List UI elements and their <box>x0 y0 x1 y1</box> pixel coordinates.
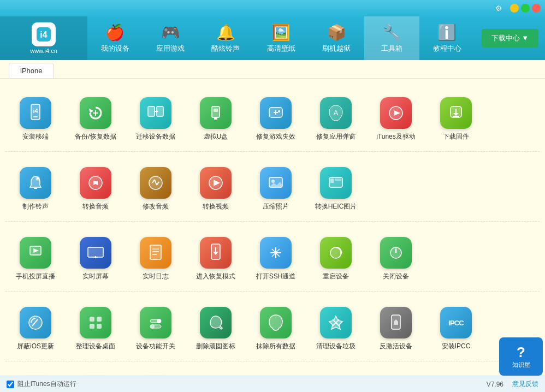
tool-item-0-4[interactable]: 修复游戏失效 <box>246 93 306 146</box>
tool-item-3-6[interactable]: 反激活设备 <box>366 302 426 355</box>
wrench-icon: 🔧 <box>382 23 401 41</box>
tool-icon-2-4 <box>260 237 292 269</box>
tool-label-0-2: 迁移设备数据 <box>136 132 175 141</box>
tool-item-0-5[interactable]: A修复应用弹窗 <box>306 93 366 146</box>
tool-icon-2-5 <box>320 237 352 269</box>
nav-app-games-label: 应用游戏 <box>156 44 185 54</box>
tab-iphone[interactable]: iPhone <box>9 63 54 78</box>
itunes-checkbox[interactable] <box>7 381 14 388</box>
nav-my-device[interactable]: 🍎 我的设备 <box>87 16 143 60</box>
svg-rect-14 <box>214 117 217 120</box>
tool-label-3-2: 设备功能开关 <box>136 342 175 351</box>
tool-label-0-0: 安装移端 <box>22 132 49 141</box>
tool-label-3-3: 删除顽固图标 <box>196 342 235 351</box>
tool-row-4: 虚拟定位破解时间限额跳过设置向导 <box>5 367 540 376</box>
tool-icon-1-2 <box>140 167 171 199</box>
nav-bar: 🍎 我的设备 🎮 应用游戏 🔔 酷炫铃声 🖼️ 高清壁纸 📦 刷机越狱 🔧 工具… <box>87 16 475 60</box>
tool-label-1-0: 制作铃声 <box>22 202 49 211</box>
tool-label-2-2: 实时日志 <box>143 272 169 281</box>
tool-item-1-1[interactable]: 转换音频 <box>66 163 126 216</box>
info-icon: ℹ️ <box>437 23 457 41</box>
tool-label-0-4: 修复游戏失效 <box>256 132 295 141</box>
tool-item-3-2[interactable]: 设备功能开关 <box>126 302 186 355</box>
tool-label-1-4: 压缩照片 <box>263 202 289 211</box>
tool-item-3-5[interactable]: 清理设备垃圾 <box>306 302 366 355</box>
tool-item-3-0[interactable]: 屏蔽iOS更新 <box>5 302 66 355</box>
svg-point-18 <box>278 110 280 112</box>
nav-toolbox[interactable]: 🔧 工具箱 <box>364 16 419 60</box>
tool-icon-3-7: IPCC <box>440 307 472 338</box>
close-button[interactable] <box>532 4 541 13</box>
bell-icon: 🔔 <box>216 23 235 41</box>
tool-item-0-1[interactable]: 备份/恢复数据 <box>66 93 126 146</box>
maximize-button[interactable] <box>521 4 530 13</box>
tool-item-4-0[interactable]: 虚拟定位 <box>5 372 66 376</box>
header: i4 www.i4.cn 🍎 我的设备 🎮 应用游戏 🔔 酷炫铃声 🖼️ 高清壁… <box>0 16 545 60</box>
nav-wallpaper[interactable]: 🖼️ 高清壁纸 <box>253 16 309 60</box>
tool-label-3-7: 安装IPCC <box>442 342 471 351</box>
knowledge-icon: ? <box>517 344 525 361</box>
tool-item-0-0[interactable]: i4安装移端 <box>5 93 66 146</box>
tool-label-3-0: 屏蔽iOS更新 <box>17 342 54 351</box>
tool-item-2-3[interactable]: 进入恢复模式 <box>186 233 246 286</box>
tool-label-0-5: 修复应用弹窗 <box>316 132 356 141</box>
nav-jailbreak[interactable]: 📦 刷机越狱 <box>309 16 364 60</box>
nav-ringtones[interactable]: 🔔 酷炫铃声 <box>198 16 253 60</box>
nav-ringtones-label: 酷炫铃声 <box>211 44 240 54</box>
svg-text:i4: i4 <box>40 30 47 39</box>
wallpaper-icon: 🖼️ <box>271 23 291 41</box>
svg-text:A: A <box>334 109 339 117</box>
tool-label-3-1: 整理设备桌面 <box>76 342 115 351</box>
tool-item-1-3[interactable]: 转换视频 <box>186 163 246 216</box>
knowledge-badge[interactable]: ? 知识屋 <box>499 337 543 376</box>
svg-point-72 <box>150 324 155 329</box>
tool-item-4-1[interactable]: 破解时间限额 <box>66 372 126 376</box>
download-button[interactable]: 下载中心 ▼ <box>482 29 538 47</box>
tool-icon-1-1 <box>80 167 111 199</box>
tool-item-2-0[interactable]: 手机投屏直播 <box>5 233 66 286</box>
tool-item-3-7[interactable]: IPCC安装IPCC <box>426 302 486 355</box>
svg-rect-8 <box>148 106 155 116</box>
feedback-link[interactable]: 意见反馈 <box>512 379 538 389</box>
tool-icon-0-0: i4 <box>20 97 51 129</box>
minimize-button[interactable] <box>510 4 519 13</box>
nav-app-games[interactable]: 🎮 应用游戏 <box>143 16 198 60</box>
knowledge-label: 知识屋 <box>512 361 530 369</box>
settings-icon[interactable]: ⚙ <box>495 4 502 13</box>
tool-item-2-2[interactable]: 实时日志 <box>126 233 186 286</box>
svg-rect-68 <box>97 324 102 329</box>
tool-item-1-2[interactable]: 修改音频 <box>126 163 186 216</box>
tool-item-0-2[interactable]: 迁移设备数据 <box>126 93 186 146</box>
titlebar: ⚙ <box>0 0 545 16</box>
tool-item-1-0[interactable]: 制作铃声 <box>5 163 66 216</box>
tool-item-3-4[interactable]: 抹除所有数据 <box>246 302 306 355</box>
tool-label-0-6: iTunes及驱动 <box>376 132 416 141</box>
tool-label-2-1: 实时屏幕 <box>82 272 109 281</box>
tool-icon-0-5: A <box>320 97 352 129</box>
tool-item-0-7[interactable]: 下载固件 <box>426 93 486 146</box>
nav-my-device-label: 我的设备 <box>101 44 129 54</box>
nav-tutorials[interactable]: ℹ️ 教程中心 <box>419 16 475 60</box>
tool-item-2-5[interactable]: 重启设备 <box>306 233 366 286</box>
tool-icon-2-6 <box>380 237 412 269</box>
tool-label-0-1: 备份/恢复数据 <box>75 132 116 141</box>
tool-item-2-4[interactable]: 打开SSH通道 <box>246 233 306 286</box>
tool-item-2-1[interactable]: 实时屏幕 <box>66 233 126 286</box>
tool-item-3-1[interactable]: 整理设备桌面 <box>66 302 126 355</box>
tool-item-0-6[interactable]: iTunes及驱动 <box>366 93 426 146</box>
tool-item-1-5[interactable]: 转换HEIC图片 <box>306 163 366 216</box>
tool-row-3: 屏蔽iOS更新整理设备桌面设备功能开关删除顽固图标抹除所有数据清理设备垃圾反激活… <box>5 297 540 361</box>
tool-item-0-3[interactable]: 虚拟U盘 <box>186 93 246 146</box>
svg-marker-5 <box>89 109 93 113</box>
statusbar: 阻止iTunes自动运行 V7.96 意见反馈 <box>0 376 545 392</box>
svg-rect-41 <box>335 179 341 181</box>
tool-item-4-2[interactable]: 跳过设置向导 <box>126 372 186 376</box>
tool-item-2-6[interactable]: 关闭设备 <box>366 233 426 286</box>
tool-item-1-4[interactable]: 压缩照片 <box>246 163 306 216</box>
tool-item-3-3[interactable]: 删除顽固图标 <box>186 302 246 355</box>
tool-label-2-0: 手机投屏直播 <box>16 272 55 281</box>
svg-text:i4: i4 <box>33 108 38 114</box>
tool-label-2-6: 关闭设备 <box>383 272 409 281</box>
svg-rect-48 <box>150 245 161 259</box>
svg-rect-13 <box>214 109 218 112</box>
